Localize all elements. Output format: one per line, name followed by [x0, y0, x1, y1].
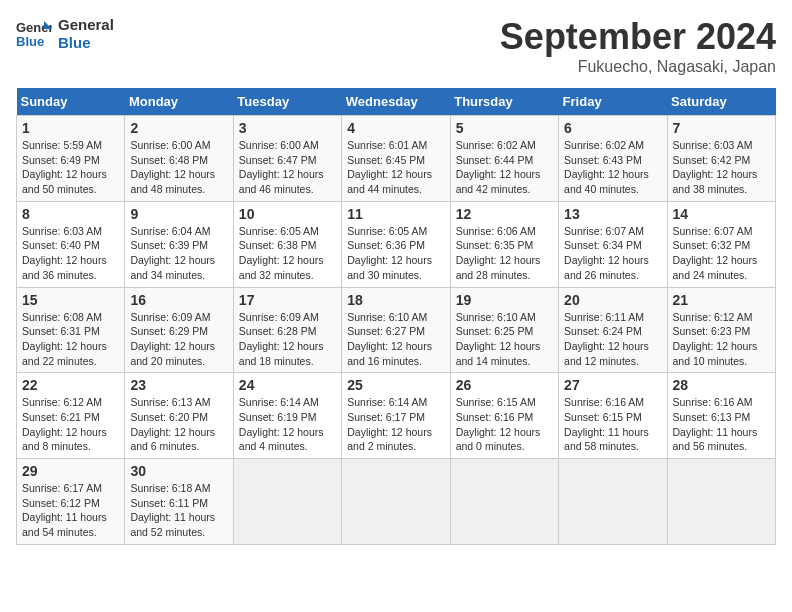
calendar-cell: 17Sunrise: 6:09 AMSunset: 6:28 PMDayligh…	[233, 287, 341, 373]
calendar-cell: 3Sunrise: 6:00 AMSunset: 6:47 PMDaylight…	[233, 116, 341, 202]
day-number: 7	[673, 120, 770, 136]
day-number: 28	[673, 377, 770, 393]
day-number: 16	[130, 292, 227, 308]
calendar-cell: 16Sunrise: 6:09 AMSunset: 6:29 PMDayligh…	[125, 287, 233, 373]
day-number: 4	[347, 120, 444, 136]
calendar-table: SundayMondayTuesdayWednesdayThursdayFrid…	[16, 88, 776, 545]
page-header: General Blue General Blue September 2024…	[16, 16, 776, 76]
day-header-sunday: Sunday	[17, 88, 125, 116]
day-info: Sunrise: 6:10 AMSunset: 6:27 PMDaylight:…	[347, 310, 444, 369]
calendar-header-row: SundayMondayTuesdayWednesdayThursdayFrid…	[17, 88, 776, 116]
calendar-cell: 30Sunrise: 6:18 AMSunset: 6:11 PMDayligh…	[125, 459, 233, 545]
svg-text:Blue: Blue	[16, 34, 44, 49]
calendar-cell: 15Sunrise: 6:08 AMSunset: 6:31 PMDayligh…	[17, 287, 125, 373]
calendar-cell: 12Sunrise: 6:06 AMSunset: 6:35 PMDayligh…	[450, 201, 558, 287]
day-number: 1	[22, 120, 119, 136]
calendar-cell	[450, 459, 558, 545]
day-info: Sunrise: 6:17 AMSunset: 6:12 PMDaylight:…	[22, 481, 119, 540]
calendar-cell	[667, 459, 775, 545]
calendar-title-area: September 2024 Fukuecho, Nagasaki, Japan	[500, 16, 776, 76]
day-number: 27	[564, 377, 661, 393]
day-number: 10	[239, 206, 336, 222]
day-info: Sunrise: 6:02 AMSunset: 6:43 PMDaylight:…	[564, 138, 661, 197]
day-header-tuesday: Tuesday	[233, 88, 341, 116]
day-number: 26	[456, 377, 553, 393]
logo-blue: Blue	[58, 34, 114, 52]
day-info: Sunrise: 6:09 AMSunset: 6:28 PMDaylight:…	[239, 310, 336, 369]
day-info: Sunrise: 5:59 AMSunset: 6:49 PMDaylight:…	[22, 138, 119, 197]
logo-icon: General Blue	[16, 19, 52, 49]
calendar-cell: 2Sunrise: 6:00 AMSunset: 6:48 PMDaylight…	[125, 116, 233, 202]
day-info: Sunrise: 6:01 AMSunset: 6:45 PMDaylight:…	[347, 138, 444, 197]
calendar-cell: 22Sunrise: 6:12 AMSunset: 6:21 PMDayligh…	[17, 373, 125, 459]
day-info: Sunrise: 6:00 AMSunset: 6:47 PMDaylight:…	[239, 138, 336, 197]
day-number: 25	[347, 377, 444, 393]
day-info: Sunrise: 6:03 AMSunset: 6:42 PMDaylight:…	[673, 138, 770, 197]
calendar-cell: 25Sunrise: 6:14 AMSunset: 6:17 PMDayligh…	[342, 373, 450, 459]
day-header-monday: Monday	[125, 88, 233, 116]
day-info: Sunrise: 6:13 AMSunset: 6:20 PMDaylight:…	[130, 395, 227, 454]
day-info: Sunrise: 6:14 AMSunset: 6:17 PMDaylight:…	[347, 395, 444, 454]
calendar-cell: 7Sunrise: 6:03 AMSunset: 6:42 PMDaylight…	[667, 116, 775, 202]
day-number: 11	[347, 206, 444, 222]
calendar-cell: 29Sunrise: 6:17 AMSunset: 6:12 PMDayligh…	[17, 459, 125, 545]
calendar-cell: 8Sunrise: 6:03 AMSunset: 6:40 PMDaylight…	[17, 201, 125, 287]
day-info: Sunrise: 6:03 AMSunset: 6:40 PMDaylight:…	[22, 224, 119, 283]
day-info: Sunrise: 6:04 AMSunset: 6:39 PMDaylight:…	[130, 224, 227, 283]
day-number: 3	[239, 120, 336, 136]
day-number: 14	[673, 206, 770, 222]
day-info: Sunrise: 6:05 AMSunset: 6:38 PMDaylight:…	[239, 224, 336, 283]
day-number: 8	[22, 206, 119, 222]
day-number: 12	[456, 206, 553, 222]
day-number: 5	[456, 120, 553, 136]
location-title: Fukuecho, Nagasaki, Japan	[500, 58, 776, 76]
logo-general: General	[58, 16, 114, 34]
calendar-cell: 1Sunrise: 5:59 AMSunset: 6:49 PMDaylight…	[17, 116, 125, 202]
calendar-cell	[342, 459, 450, 545]
day-info: Sunrise: 6:07 AMSunset: 6:34 PMDaylight:…	[564, 224, 661, 283]
calendar-week-row: 29Sunrise: 6:17 AMSunset: 6:12 PMDayligh…	[17, 459, 776, 545]
day-header-thursday: Thursday	[450, 88, 558, 116]
day-number: 13	[564, 206, 661, 222]
calendar-week-row: 1Sunrise: 5:59 AMSunset: 6:49 PMDaylight…	[17, 116, 776, 202]
day-info: Sunrise: 6:14 AMSunset: 6:19 PMDaylight:…	[239, 395, 336, 454]
day-info: Sunrise: 6:05 AMSunset: 6:36 PMDaylight:…	[347, 224, 444, 283]
calendar-cell: 4Sunrise: 6:01 AMSunset: 6:45 PMDaylight…	[342, 116, 450, 202]
calendar-cell: 21Sunrise: 6:12 AMSunset: 6:23 PMDayligh…	[667, 287, 775, 373]
day-number: 20	[564, 292, 661, 308]
day-header-saturday: Saturday	[667, 88, 775, 116]
day-number: 21	[673, 292, 770, 308]
calendar-cell: 26Sunrise: 6:15 AMSunset: 6:16 PMDayligh…	[450, 373, 558, 459]
day-info: Sunrise: 6:11 AMSunset: 6:24 PMDaylight:…	[564, 310, 661, 369]
day-header-wednesday: Wednesday	[342, 88, 450, 116]
day-info: Sunrise: 6:15 AMSunset: 6:16 PMDaylight:…	[456, 395, 553, 454]
calendar-cell: 6Sunrise: 6:02 AMSunset: 6:43 PMDaylight…	[559, 116, 667, 202]
day-info: Sunrise: 6:02 AMSunset: 6:44 PMDaylight:…	[456, 138, 553, 197]
calendar-cell	[559, 459, 667, 545]
day-number: 2	[130, 120, 227, 136]
logo: General Blue General Blue	[16, 16, 114, 52]
calendar-week-row: 22Sunrise: 6:12 AMSunset: 6:21 PMDayligh…	[17, 373, 776, 459]
day-info: Sunrise: 6:09 AMSunset: 6:29 PMDaylight:…	[130, 310, 227, 369]
day-number: 6	[564, 120, 661, 136]
calendar-cell: 28Sunrise: 6:16 AMSunset: 6:13 PMDayligh…	[667, 373, 775, 459]
day-info: Sunrise: 6:08 AMSunset: 6:31 PMDaylight:…	[22, 310, 119, 369]
day-number: 19	[456, 292, 553, 308]
calendar-cell: 27Sunrise: 6:16 AMSunset: 6:15 PMDayligh…	[559, 373, 667, 459]
day-info: Sunrise: 6:00 AMSunset: 6:48 PMDaylight:…	[130, 138, 227, 197]
calendar-cell	[233, 459, 341, 545]
calendar-cell: 13Sunrise: 6:07 AMSunset: 6:34 PMDayligh…	[559, 201, 667, 287]
day-info: Sunrise: 6:10 AMSunset: 6:25 PMDaylight:…	[456, 310, 553, 369]
calendar-cell: 24Sunrise: 6:14 AMSunset: 6:19 PMDayligh…	[233, 373, 341, 459]
calendar-cell: 10Sunrise: 6:05 AMSunset: 6:38 PMDayligh…	[233, 201, 341, 287]
day-info: Sunrise: 6:18 AMSunset: 6:11 PMDaylight:…	[130, 481, 227, 540]
day-number: 22	[22, 377, 119, 393]
day-info: Sunrise: 6:12 AMSunset: 6:21 PMDaylight:…	[22, 395, 119, 454]
calendar-cell: 14Sunrise: 6:07 AMSunset: 6:32 PMDayligh…	[667, 201, 775, 287]
calendar-cell: 18Sunrise: 6:10 AMSunset: 6:27 PMDayligh…	[342, 287, 450, 373]
day-info: Sunrise: 6:07 AMSunset: 6:32 PMDaylight:…	[673, 224, 770, 283]
day-number: 24	[239, 377, 336, 393]
day-number: 30	[130, 463, 227, 479]
day-number: 9	[130, 206, 227, 222]
day-info: Sunrise: 6:16 AMSunset: 6:15 PMDaylight:…	[564, 395, 661, 454]
